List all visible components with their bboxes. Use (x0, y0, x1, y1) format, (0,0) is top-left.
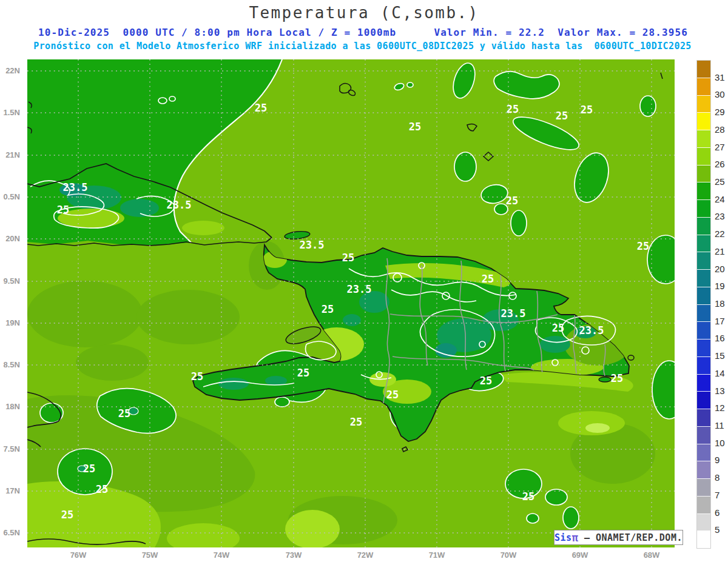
y-axis-label: 19N (0, 318, 20, 328)
colorbar-segment (697, 409, 710, 427)
contour-value-label: 25 (507, 103, 519, 115)
contour-value-label: 25 (552, 322, 564, 334)
contour-value-label: 25 (342, 252, 354, 264)
colorbar-tick-label: 31 (715, 72, 728, 82)
colorbar-tick-label: 11 (715, 420, 728, 430)
colorbar-tick-label: 18 (715, 298, 728, 309)
valid-time-text: 10-Dic-2025 0000 UTC / 8:00 pm Hora Loca… (38, 27, 396, 38)
onamet-label: – ONAMET/REP.DOM. (578, 532, 682, 543)
colorbar-segment (697, 427, 710, 444)
colorbar-segment (697, 287, 710, 305)
contour-value-label: 25 (482, 273, 494, 285)
contour-value-label: 25 (386, 389, 399, 401)
x-axis-label: 72W (352, 550, 379, 560)
x-axis-label: 71W (423, 550, 450, 560)
contour-value-label: 23.5 (501, 307, 526, 319)
x-axis-label: 75W (136, 550, 163, 560)
contour-value-label: 25 (118, 407, 130, 420)
colorbar-segment (697, 375, 710, 392)
contour-value-label: 25 (409, 121, 421, 133)
colorbar-tick-label: 20 (715, 264, 728, 274)
contour-value-label: 25 (57, 204, 69, 216)
colorbar-tick-label: 13 (715, 386, 728, 396)
contour-value-label: 25 (637, 240, 649, 252)
contour-value-label: 25 (255, 102, 267, 114)
contour-value-label: 25 (322, 303, 334, 315)
colorbar-segment (697, 218, 710, 235)
contour-value-label: 25 (297, 367, 309, 379)
temperature-map: 252525252523.52523.523.52523.52523.52525… (27, 59, 675, 547)
colorbar-tick-label: 16 (715, 333, 728, 343)
x-axis-label: 70W (495, 550, 522, 560)
pi-symbol-icon: π (572, 532, 579, 544)
colorbar-tick-label: 29 (715, 107, 728, 117)
contour-value-label: 25 (350, 416, 362, 428)
colorbar-tick-label: 25 (715, 176, 728, 187)
colorbar-tick-label: 22 (715, 229, 728, 239)
sea-vlight-patch (585, 423, 610, 433)
contour-value-label: 25 (61, 509, 73, 521)
colorbar-segment (697, 130, 710, 148)
x-axis-label: 74W (208, 550, 235, 560)
y-axis-label: 6.5N (0, 528, 20, 538)
contour-value-label: 25 (581, 104, 593, 116)
colorbar-segment (697, 392, 710, 409)
colorbar-segment (697, 252, 710, 270)
colorbar-segment (697, 78, 710, 96)
colorbar-tick-label: 5 (715, 524, 728, 535)
min-max-text: Valor Min. = 22.2 Valor Max. = 28.3956 (434, 27, 688, 38)
colorbar-segment (697, 305, 710, 323)
contour-value-label: 23.5 (300, 239, 325, 251)
y-axis-label: 20N (0, 234, 20, 244)
contour-value-label: 25 (522, 490, 534, 503)
colorbar-segment (697, 444, 710, 462)
colorbar-segment (697, 148, 710, 166)
colorbar-tick-label: 24 (715, 194, 728, 204)
y-axis-label: 7.5N (0, 444, 20, 454)
colorbar-segment (697, 61, 710, 78)
colorbar-tick-label: 14 (715, 368, 728, 378)
colorbar-tick-label: 10 (715, 438, 728, 448)
colorbar-tick-label: 26 (715, 159, 728, 169)
y-axis-label: 0.5N (0, 192, 20, 202)
colorbar-tick-label: 23 (715, 211, 728, 221)
colorbar-tick-label: 9 (715, 455, 728, 465)
colorbar-tick-label: 19 (715, 281, 728, 291)
contour-value-label: 25 (96, 483, 108, 495)
contour-value-label: 23.5 (347, 283, 372, 295)
colorbar-segment (697, 270, 710, 287)
y-axis-label: 9.5N (0, 276, 20, 286)
colorbar-tick-label: 27 (715, 142, 728, 152)
map-area: 252525252523.52523.523.52523.52523.52525… (27, 59, 675, 547)
y-axis-label: 18N (0, 402, 20, 412)
temperature-colorbar (696, 60, 711, 549)
model-info-text: Pronóstico con el Modelo Atmosferico WRF… (0, 41, 725, 52)
colorbar-tick-label: 17 (715, 316, 728, 326)
colorbar-tick-label: 6 (715, 507, 728, 518)
colorbar-segment (697, 96, 710, 113)
y-axis-label: 22N (0, 66, 20, 76)
contour-value-label: 25 (83, 463, 95, 475)
colorbar-segment (697, 357, 710, 375)
colorbar-segment (697, 182, 710, 200)
colorbar-segment (697, 514, 710, 532)
colorbar-segment (697, 113, 710, 130)
colorbar-segment (697, 479, 710, 497)
contour-value-label: 23.5 (63, 181, 88, 193)
contour-value-label: 25 (191, 370, 203, 383)
colorbar-tick-label: 7 (715, 490, 728, 500)
colorbar-tick-label: 8 (715, 472, 728, 483)
colorbar-segment (697, 235, 710, 253)
contour-value-label: 25 (480, 375, 492, 387)
x-axis-label: 68W (638, 550, 665, 560)
contour-value-label: 25 (556, 110, 568, 122)
colorbar-segment (697, 531, 710, 548)
colorbar-segment (697, 200, 710, 218)
subtitle-line1: 10-Dic-2025 0000 UTC / 8:00 pm Hora Loca… (38, 27, 688, 38)
colorbar-segment (697, 166, 710, 183)
y-axis-label: 1.5N (0, 108, 20, 118)
x-axis-label: 76W (65, 550, 92, 560)
contour-value-label: 23.5 (167, 199, 192, 211)
colorbar-segment (697, 340, 710, 357)
x-axis-label: 73W (280, 550, 307, 560)
